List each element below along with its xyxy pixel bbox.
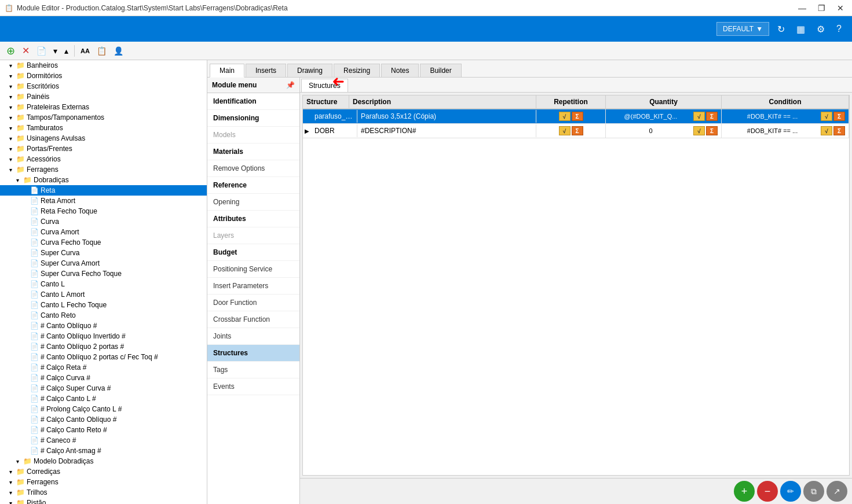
tree-toggle[interactable]: ▾ [16,177,22,183]
menu-item-remove-options[interactable]: Remove Options [207,160,299,177]
tree-item[interactable]: 📄Canto L [0,279,207,289]
user-toolbar-button[interactable]: 👤 [111,45,126,57]
qty-sigma-button[interactable]: Σ [706,126,718,135]
tree-item[interactable]: ▾📁Tamburatos [0,123,207,133]
menu-item-layers[interactable]: Layers [207,227,299,244]
tab-resizing[interactable]: Resizing [334,64,380,77]
menu-item-insert-parameters[interactable]: Insert Parameters [207,278,299,295]
add-row-button[interactable]: + [734,481,755,502]
rep-sigma-button[interactable]: Σ [572,112,583,121]
close-toolbar-button[interactable]: ✕ [19,43,32,58]
menu-item-opening[interactable]: Opening [207,194,299,211]
tree-item[interactable]: 📄Curva Amort [0,227,207,237]
add-toolbar-button[interactable]: ⊕ [3,43,18,59]
tree-item[interactable]: ▾📁Banheiros [0,60,207,71]
tree-item[interactable]: 📄# Calço Canto Reto # [0,425,207,435]
menu-item-budget[interactable]: Budget [207,244,299,261]
rep-formula-button[interactable]: √ [559,112,571,121]
copy-row-button[interactable]: ⧉ [803,481,824,502]
tree-item[interactable]: ▾📁Modelo Dobradiças [0,456,207,466]
tab-builder[interactable]: Builder [420,64,461,77]
tree-item[interactable]: ▾📁Escritórios [0,81,207,91]
export-row-button[interactable]: ↗ [827,481,847,502]
help-button[interactable]: ? [833,21,845,36]
qty-formula-button[interactable]: √ [693,126,705,135]
tree-toggle[interactable]: ▾ [9,115,15,121]
tree-toggle[interactable]: ▾ [16,458,22,465]
tree-item[interactable]: ▾📁Prateleiras Externas [0,102,207,112]
cond-formula-button[interactable]: √ [821,126,832,135]
menu-item-positioning-service[interactable]: Positioning Service [207,261,299,278]
aa-toolbar-button[interactable]: AA [78,46,93,56]
tree-item[interactable]: 📄Reta Amort [0,196,207,206]
clipboard-toolbar-button[interactable]: 📋 [94,45,109,57]
tree-item[interactable]: 📄Curva Fecho Toque [0,237,207,248]
sub-tab-structures[interactable]: Structures [301,79,348,92]
tree-item[interactable]: ▾📁Acessórios [0,154,207,164]
tree-item[interactable]: 📄# Calço Curva # [0,373,207,383]
tree-item[interactable]: 📄Reta [0,185,207,196]
tree-item[interactable]: 📄# Canto Oblíquo Invertido # [0,331,207,341]
default-button[interactable]: DEFAULT ▼ [716,22,769,36]
tree-item[interactable]: ▾📁Pistão [0,498,207,504]
tree-item[interactable]: 📄Canto L Fecho Toque [0,300,207,310]
up-toolbar-button[interactable]: ▴ [61,45,71,57]
tree-item[interactable]: 📄Super Curva Fecho Toque [0,268,207,279]
qty-sigma-button[interactable]: Σ [706,112,718,121]
row-expand-arrow[interactable]: ▶ [303,128,311,134]
tree-item[interactable]: ▾📁Usinagens Avulsas [0,133,207,144]
qty-formula-button[interactable]: √ [693,112,705,121]
menu-item-materials[interactable]: Materials [207,144,299,160]
edit-row-button[interactable]: ✏ [780,481,801,502]
tree-item[interactable]: 📄Super Curva [0,248,207,258]
maximize-button[interactable]: ❐ [814,3,829,13]
menu-item-tags[interactable]: Tags [207,362,299,378]
tree-item[interactable]: 📄# Prolong Calço Canto L # [0,404,207,414]
tree-item[interactable]: ▾📁Ferragens [0,164,207,175]
tab-notes[interactable]: Notes [381,64,419,77]
close-button[interactable]: ✕ [833,3,847,13]
tree-toggle[interactable]: ▾ [9,73,15,79]
tree-item[interactable]: ▾📁Ferragens [0,477,207,487]
tree-toggle[interactable]: ▾ [9,83,15,90]
tree-item[interactable]: ▾📁Dobradiças [0,175,207,185]
cond-formula-button[interactable]: √ [821,112,832,121]
tree-item[interactable]: ▾📁Portas/Frentes [0,144,207,154]
tree-item[interactable]: 📄# Canto Oblíquo 2 portas # [0,341,207,352]
menu-item-dimensioning[interactable]: Dimensioning [207,110,299,127]
tree-toggle[interactable]: ▾ [9,156,15,163]
tree-item[interactable]: ▾📁Dormitórios [0,71,207,81]
tree-item[interactable]: 📄# Calço Canto L # [0,393,207,404]
tree-item[interactable]: 📄Curva [0,216,207,227]
tree-item[interactable]: 📄# Caneco # [0,435,207,446]
tree-item[interactable]: 📄# Calço Reta # [0,362,207,373]
table-row[interactable]: parafuso_dob Parafuso 3,5x12 (Cópia) √ Σ… [303,109,849,124]
tree-item[interactable]: 📄# Calço Ant-smag # [0,446,207,456]
tree-toggle[interactable]: ▾ [9,500,15,505]
rep-formula-button[interactable]: √ [559,126,571,135]
cond-sigma-button[interactable]: Σ [833,112,845,121]
tree-item[interactable]: ▾📁Tampos/Tamponamentos [0,112,207,123]
down-toolbar-button[interactable]: ▾ [50,45,60,57]
tree-item[interactable]: 📄# Calço Super Curva # [0,383,207,393]
rep-sigma-button[interactable]: Σ [572,126,583,135]
tree-toggle[interactable]: ▾ [9,62,15,69]
tree-item[interactable]: 📄Canto Reto [0,310,207,321]
tree-toggle[interactable]: ▾ [9,167,15,173]
tree-item[interactable]: 📄Reta Fecho Toque [0,206,207,216]
tree-item[interactable]: 📄# Canto Oblíquo 2 portas c/ Fec Toq # [0,352,207,362]
pin-icon[interactable]: 📌 [286,81,295,89]
tree-toggle[interactable]: ▾ [9,469,15,475]
menu-item-structures[interactable]: Structures [207,345,299,362]
tree-item[interactable]: 📄Canto L Amort [0,289,207,300]
delete-row-button[interactable]: − [757,481,778,502]
menu-item-door-function[interactable]: Door Function [207,295,299,311]
menu-item-models[interactable]: Models [207,127,299,144]
settings-button[interactable]: ⚙ [813,21,828,37]
tree-toggle[interactable]: ▾ [9,146,15,152]
tree-toggle[interactable]: ▾ [9,490,15,496]
tree-toggle[interactable]: ▾ [9,104,15,111]
menu-item-reference[interactable]: Reference [207,177,299,194]
tree-item[interactable]: 📄Super Curva Amort [0,258,207,268]
menu-item-joints[interactable]: Joints [207,328,299,345]
